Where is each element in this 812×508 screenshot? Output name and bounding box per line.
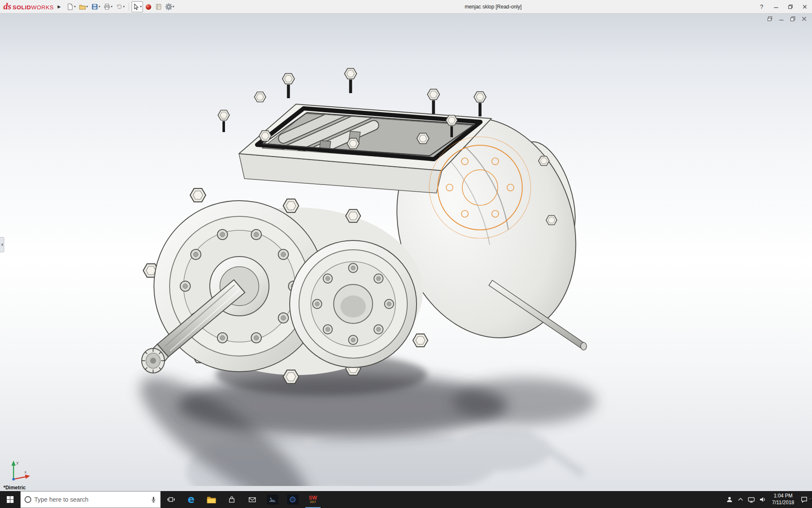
z-axis-point bbox=[12, 478, 15, 480]
mail-app-button[interactable] bbox=[242, 491, 262, 508]
binder-book-icon bbox=[155, 3, 162, 10]
design-binder-button[interactable] bbox=[154, 1, 163, 12]
model-reflection bbox=[186, 429, 586, 486]
speaker-icon bbox=[759, 496, 766, 503]
solidworks-logo-icon: ds bbox=[3, 2, 11, 11]
standard-toolbar: ▾ ▾ ▾ ▾ ▾ ▾ bbox=[66, 1, 176, 12]
menu-flyout-button[interactable]: ▶ bbox=[55, 2, 63, 12]
print-button[interactable]: ▾ bbox=[102, 1, 114, 12]
options-button[interactable]: ▾ bbox=[164, 1, 176, 12]
window-title: menjac sklop [Read-only] bbox=[465, 4, 522, 10]
action-center-button[interactable] bbox=[798, 491, 809, 508]
save-button[interactable]: ▾ bbox=[90, 1, 102, 12]
solidworks-window: ds SOLID WORKS ▶ ▾ ▾ ▾ ▾ bbox=[0, 0, 812, 508]
edge-icon: e bbox=[188, 494, 195, 505]
view-orientation-label: *Dimetric bbox=[3, 485, 26, 491]
microphone-icon[interactable] bbox=[150, 496, 157, 503]
select-tool-button[interactable]: ▾ bbox=[132, 1, 143, 12]
sw-year-text: 2017 bbox=[310, 501, 316, 504]
volume-tray-button[interactable] bbox=[757, 491, 768, 508]
dropdown-caret[interactable]: ▾ bbox=[111, 5, 112, 8]
sw-mark-text: SW bbox=[309, 495, 317, 500]
chevron-up-icon bbox=[737, 496, 744, 503]
edge-app-button[interactable]: e bbox=[181, 491, 201, 508]
cascade-windows-icon bbox=[767, 16, 773, 22]
dropdown-caret[interactable]: ▾ bbox=[74, 5, 76, 8]
solidworks-logo: ds SOLID WORKS bbox=[0, 2, 55, 11]
minimize-button[interactable] bbox=[769, 0, 783, 14]
windows-logo-icon bbox=[6, 496, 14, 503]
taskbar-clock[interactable]: 1:04 PM 7/11/2018 bbox=[768, 493, 799, 506]
x-axis-label: x bbox=[25, 470, 27, 474]
doc-minimize-icon bbox=[779, 16, 784, 22]
undo-button[interactable]: ▾ bbox=[115, 1, 126, 12]
hidden-icons-button[interactable] bbox=[735, 491, 746, 508]
panel-flyout-tab[interactable] bbox=[0, 237, 4, 252]
show-desktop-button[interactable] bbox=[809, 499, 812, 500]
search-input[interactable] bbox=[34, 496, 148, 503]
dropdown-caret[interactable]: ▾ bbox=[173, 5, 174, 8]
y-axis-arrow bbox=[11, 461, 16, 466]
select-cursor-icon bbox=[133, 3, 140, 10]
dropdown-caret[interactable]: ▾ bbox=[99, 5, 100, 8]
x-axis-arrow bbox=[25, 475, 30, 479]
network-icon bbox=[748, 496, 755, 503]
new-document-icon bbox=[67, 3, 74, 10]
orientation-triad: y x bbox=[7, 457, 34, 484]
person-icon bbox=[726, 496, 733, 503]
task-view-icon bbox=[167, 496, 175, 503]
toolbar-separator bbox=[129, 3, 129, 11]
doc-close-icon bbox=[801, 16, 807, 22]
titlebar: ds SOLID WORKS ▶ ▾ ▾ ▾ ▾ bbox=[0, 0, 812, 14]
solidworks-app-icon: SW 2017 bbox=[309, 495, 317, 504]
start-button[interactable] bbox=[0, 491, 20, 508]
network-tray-button[interactable] bbox=[746, 491, 757, 508]
open-button[interactable]: ▾ bbox=[78, 1, 89, 12]
close-icon bbox=[802, 4, 807, 9]
media-app-icon bbox=[287, 494, 299, 505]
task-view-button[interactable] bbox=[161, 491, 181, 508]
dropdown-caret[interactable]: ▾ bbox=[140, 5, 142, 8]
save-floppy-icon bbox=[91, 3, 98, 10]
photos-app-icon bbox=[267, 494, 278, 505]
logo-text-works: WORKS bbox=[31, 4, 54, 11]
doc-cascade-button[interactable] bbox=[767, 16, 773, 22]
help-button[interactable]: ? bbox=[754, 0, 769, 14]
graphics-area[interactable]: y x *Dimetric bbox=[0, 14, 812, 491]
new-document-button[interactable]: ▾ bbox=[66, 1, 77, 12]
print-icon bbox=[104, 3, 110, 10]
photos-app-button[interactable] bbox=[262, 491, 283, 508]
clock-date: 7/11/2018 bbox=[772, 500, 795, 506]
windows-taskbar: e SW 2017 bbox=[0, 491, 812, 508]
cortana-ring-icon bbox=[24, 496, 32, 503]
gearbox-model[interactable] bbox=[123, 54, 613, 486]
restore-button[interactable] bbox=[783, 0, 798, 14]
chevron-left-icon bbox=[0, 242, 4, 247]
clock-time: 1:04 PM bbox=[774, 493, 793, 500]
doc-close-button[interactable] bbox=[801, 16, 807, 22]
envelope-icon bbox=[248, 496, 256, 503]
front-flanges[interactable] bbox=[143, 188, 428, 384]
window-controls: ? bbox=[754, 0, 812, 14]
undo-icon bbox=[116, 3, 123, 10]
dropdown-caret[interactable]: ▾ bbox=[86, 5, 88, 8]
file-explorer-button[interactable] bbox=[201, 491, 222, 508]
dropdown-caret[interactable]: ▾ bbox=[123, 5, 125, 8]
media-app-button[interactable] bbox=[283, 491, 303, 508]
doc-restore-button[interactable] bbox=[790, 16, 796, 22]
taskbar-search[interactable] bbox=[20, 491, 161, 508]
restore-icon bbox=[788, 4, 793, 9]
document-window-controls bbox=[767, 16, 807, 22]
close-button[interactable] bbox=[798, 0, 812, 14]
options-gear-icon bbox=[165, 3, 172, 10]
logo-text-solid: SOLID bbox=[13, 4, 31, 11]
store-app-button[interactable] bbox=[222, 491, 242, 508]
shopping-bag-icon bbox=[228, 496, 236, 503]
people-tray-button[interactable] bbox=[724, 491, 735, 508]
doc-minimize-button[interactable] bbox=[779, 16, 784, 22]
action-center-icon bbox=[801, 496, 808, 503]
solidworks-app-button[interactable]: SW 2017 bbox=[303, 491, 323, 508]
open-folder-icon bbox=[79, 3, 86, 10]
y-axis-label: y bbox=[16, 461, 19, 465]
appearance-button[interactable] bbox=[144, 1, 153, 12]
